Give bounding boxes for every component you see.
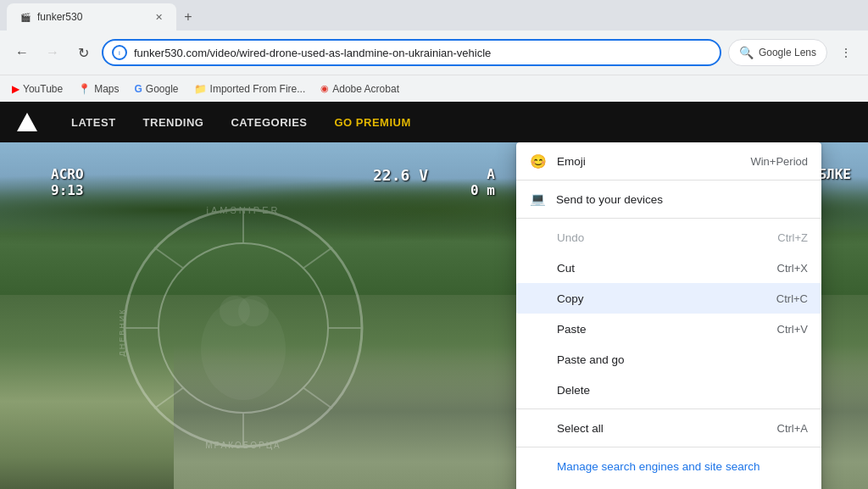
site-logo	[17, 113, 37, 131]
tab-close-icon[interactable]: ✕	[155, 12, 163, 23]
hud-right: A 0 m	[470, 166, 495, 198]
google-lens-button[interactable]: 🔍 Google Lens	[728, 39, 827, 66]
cyrillic-text: БЛКЕ	[818, 166, 851, 182]
menu-label: Emoji	[557, 155, 740, 168]
bookmark-label: Adobe Acrobat	[332, 83, 399, 95]
hud-voltage: 22.6 V	[373, 166, 428, 184]
watermark-circle: iAMSNIPER МРАКОБОРЦА ДНЕВНИК	[116, 201, 370, 455]
address-bar[interactable]: i funker530.com/video/wired-drone-used-a…	[102, 39, 721, 66]
menu-shortcut: Win+Period	[750, 155, 808, 168]
svg-text:iAMSNIPER: iAMSNIPER	[206, 205, 280, 215]
bookmark-youtube[interactable]: ▶ YouTube	[12, 83, 63, 95]
lens-label: Google Lens	[759, 47, 816, 58]
menu-item-copy[interactable]: Copy Ctrl+C	[516, 283, 821, 314]
active-tab[interactable]: 🎬 funker530 ✕	[7, 3, 176, 31]
folder-icon: 📁	[194, 83, 207, 95]
hud-voltage-value: 22.6 V	[373, 166, 428, 184]
svg-line-5	[303, 387, 332, 408]
bookmark-label: Imported From Fire...	[210, 83, 306, 95]
menu-label: Paste	[557, 323, 767, 336]
bookmarks-bar: ▶ YouTube 📍 Maps G Google 📁 Imported Fro…	[0, 75, 868, 102]
menu-item-cut[interactable]: Cut Ctrl+X	[516, 253, 821, 283]
maps-icon: 📍	[78, 83, 91, 95]
menu-label: Paste and go	[557, 353, 808, 366]
menu-label: Send to your devices	[556, 193, 808, 206]
menu-label: Delete	[557, 384, 808, 397]
menu-item-emoji[interactable]: 😊 Emoji Win+Period	[516, 146, 821, 176]
menu-item-manage-search[interactable]: Manage search engines and site search	[516, 451, 821, 481]
menu-label: Copy	[557, 292, 766, 305]
nav-item-trending[interactable]: TRENDING	[143, 116, 204, 129]
menu-shortcut: Ctrl+C	[776, 292, 808, 305]
bookmark-imported[interactable]: 📁 Imported From Fire...	[194, 83, 306, 95]
nav-item-categories[interactable]: CATEGORIES	[231, 116, 307, 129]
bookmark-label: Google	[146, 83, 179, 95]
security-icon: i	[112, 45, 127, 60]
svg-text:МРАКОБОРЦА: МРАКОБОРЦА	[205, 441, 281, 450]
menu-divider	[516, 408, 821, 409]
menu-item-send-to-devices[interactable]: 💻 Send to your devices	[516, 184, 821, 214]
tab-favicon: 🎬	[20, 13, 31, 22]
menu-item-undo[interactable]: Undo Ctrl+Z	[516, 222, 821, 253]
menu-item-paste[interactable]: Paste Ctrl+V	[516, 314, 821, 344]
hud-letter: A	[470, 166, 495, 182]
svg-line-3	[303, 247, 332, 269]
menu-item-delete[interactable]: Delete	[516, 375, 821, 405]
svg-point-12	[238, 296, 269, 326]
back-button[interactable]: ←	[10, 41, 34, 64]
menu-item-select-all[interactable]: Select all Ctrl+A	[516, 413, 821, 443]
nav-item-latest[interactable]: LATEST	[71, 116, 116, 129]
hud-time: 9:13	[51, 182, 84, 198]
menu-label: Select all	[557, 422, 767, 435]
address-bar-row: ← → ↻ i funker530.com/video/wired-drone-…	[0, 31, 868, 75]
send-icon: 💻	[530, 192, 546, 207]
menu-shortcut: Ctrl+A	[777, 422, 808, 435]
extensions-button[interactable]: ⋮	[834, 41, 858, 64]
menu-shortcut: Ctrl+V	[777, 323, 808, 336]
youtube-icon: ▶	[12, 83, 19, 95]
hud-acro: ACRO 9:13	[51, 166, 84, 198]
menu-divider	[516, 218, 821, 219]
menu-item-paste-and-go[interactable]: Paste and go	[516, 344, 821, 375]
bookmark-maps[interactable]: 📍 Maps	[78, 83, 119, 95]
nav-item-premium[interactable]: GO PREMIUM	[334, 116, 410, 129]
lens-icon: 🔍	[739, 46, 754, 59]
acrobat-icon: ◉	[320, 83, 329, 94]
new-tab-button[interactable]: +	[176, 5, 200, 29]
hud-mode: ACRO	[51, 166, 84, 182]
menu-divider	[516, 180, 821, 181]
emoji-icon: 😊	[530, 153, 547, 169]
hud-distance: 0 m	[470, 182, 495, 198]
svg-text:ДНЕВНИК: ДНЕВНИК	[118, 308, 126, 356]
svg-line-7	[154, 387, 184, 408]
bookmark-label: YouTube	[23, 83, 63, 95]
menu-shortcut: Ctrl+X	[777, 262, 808, 275]
menu-item-show-urls[interactable]: Always show full URLs	[516, 481, 821, 489]
tab-title: funker530	[37, 11, 148, 23]
google-icon: G	[135, 83, 142, 95]
menu-shortcut: Ctrl+Z	[777, 231, 808, 244]
svg-line-9	[154, 247, 184, 269]
tab-bar: 🎬 funker530 ✕ +	[0, 0, 868, 31]
menu-label: Cut	[557, 262, 767, 275]
hud-cyrillic: БЛКЕ	[818, 166, 851, 182]
forward-button[interactable]: →	[41, 41, 64, 64]
context-menu: 😊 Emoji Win+Period 💻 Send to your device…	[516, 142, 821, 489]
main-content: iAMSNIPER МРАКОБОРЦА ДНЕВНИК ACRO 9:13 2…	[0, 142, 868, 489]
browser-chrome: 🎬 funker530 ✕ + ← → ↻ i funker530.com/vi…	[0, 0, 868, 75]
reload-button[interactable]: ↻	[71, 41, 95, 64]
bookmark-label: Maps	[94, 83, 119, 95]
site-navigation: LATEST TRENDING CATEGORIES GO PREMIUM	[0, 102, 868, 142]
menu-label: Manage search engines and site search	[557, 460, 808, 473]
bookmark-acrobat[interactable]: ◉ Adobe Acrobat	[320, 83, 399, 95]
menu-label: Undo	[557, 231, 767, 244]
url-text: funker530.com/video/wired-drone-used-as-…	[134, 47, 711, 59]
menu-divider	[516, 447, 821, 447]
bookmark-google[interactable]: G Google	[135, 83, 179, 95]
